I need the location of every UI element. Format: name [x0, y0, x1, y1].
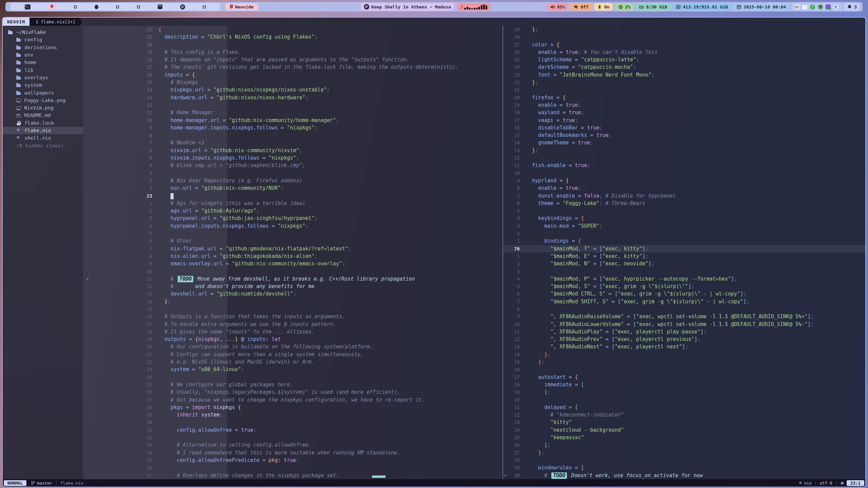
clock-widget[interactable]: 2025-06-18 00:04 [733, 3, 789, 11]
code-line: 27 }; [503, 449, 865, 456]
code-line: 20 [503, 396, 865, 404]
workspace-empty-icon[interactable] [116, 5, 119, 8]
spotify-tray-icon[interactable] [833, 4, 839, 9]
workspace-spotify-icon[interactable] [180, 4, 185, 9]
code-line: ✓11 # TODO Move away from devshell, as i… [83, 275, 502, 283]
line-number: 2 [150, 207, 158, 215]
code-line: 17 vaapi = true; [503, 117, 865, 124]
workspace-reader-icon[interactable] [158, 4, 162, 9]
line-number: 19 [514, 101, 526, 109]
tabline: NEOVIM 1 flake.nix[2+] [3, 18, 865, 26]
neovide-window: NEOVIM 1 flake.nix[2+] ~/NixFlakeconfigd… [2, 17, 866, 487]
code-line: 16 disableTabBar = true; [503, 124, 865, 131]
code-line: 29 }; [503, 26, 865, 33]
line-number: 14 [146, 298, 158, 305]
workspace-empty-icon[interactable] [203, 5, 206, 8]
editor-pane-right[interactable]: 29 };2827 color = {26 enable = true; # Y… [503, 26, 865, 479]
line-number: 22 [514, 411, 526, 419]
line-number: 10 [514, 321, 526, 328]
workspace-terminal-icon[interactable] [25, 4, 31, 9]
media-player-widget[interactable]: Keep Shelly In Athens - Medusa [361, 3, 454, 11]
line-number: 1 [517, 237, 526, 245]
code-line: 14 gnomeTheme = true; [503, 139, 865, 146]
line-number: 1 [517, 252, 526, 260]
editor-pane-left[interactable]: 22{21 description = "ChUrl's NixOS confi… [83, 26, 502, 479]
workspace-empty-icon[interactable] [137, 5, 140, 8]
line-number: 8 [517, 305, 526, 313]
line-number: 29 [146, 411, 158, 419]
audio-visualizer-widget: ♪ [457, 3, 490, 11]
code-line: 24 "nextcloud --background" [503, 426, 865, 434]
line-number: 11 [514, 162, 526, 169]
code-line: 8 enable = true; [503, 184, 865, 192]
line-number: 12 [146, 283, 158, 290]
volume-widget[interactable]: 85% [547, 3, 568, 11]
line-number: 16 [514, 366, 526, 373]
statusline-encoding: utf-8 [820, 481, 832, 486]
code-line: 25 # We configure our global packages he… [83, 381, 502, 388]
line-number: 11 [146, 275, 158, 283]
code-line: 2 [503, 230, 865, 237]
code-line: 21 [503, 86, 865, 94]
window-title: N Neovide [225, 3, 258, 11]
line-number: 12 [514, 336, 526, 343]
tab-buffer-flake-nix[interactable]: 1 flake.nix[2+] [29, 18, 81, 26]
line-number: 76 [514, 245, 526, 252]
code-line: 23 "kitty" [503, 419, 865, 426]
bluetooth-widget[interactable]: On [594, 3, 613, 11]
line-number: 19 [514, 388, 526, 396]
line-number: 34 [146, 449, 158, 456]
line-number: 13 [146, 290, 158, 298]
keepass-tray-icon[interactable] [818, 4, 823, 9]
code-line: 3 [503, 268, 865, 275]
line-number: 30 [514, 472, 526, 479]
memory-widget[interactable]: 9/30 GiB [636, 3, 670, 11]
code-line: 17 # To handle extra arguments we use th… [83, 321, 502, 328]
line-number: 5 [150, 230, 158, 237]
network-widget[interactable]: Off [570, 3, 591, 11]
code-line: 27 # but because we want to change the n… [83, 396, 502, 404]
code-line: 7 "$mainMod SHIFT, S" = ["exec, grim -g … [503, 298, 865, 305]
line-number: 29 [514, 464, 526, 471]
scroll-indicator [372, 475, 386, 478]
git-branch: master [31, 481, 52, 486]
line-number: 21 [146, 351, 158, 358]
disk-widget[interactable]: 413.19/915.81 GiB [673, 3, 731, 11]
line-number: 10 [146, 268, 158, 275]
line-number: 14 [514, 139, 526, 146]
code-line: 30 [83, 419, 502, 426]
line-number: 19 [146, 336, 158, 343]
code-line: 27 color = { [503, 41, 865, 48]
workspace-neovide-icon[interactable] [48, 4, 56, 10]
code-line: 8 [503, 305, 865, 313]
keyboard-tray-icon[interactable] [794, 4, 800, 9]
cpu-widget[interactable]: 2% [615, 3, 634, 11]
clipboard-tray-icon[interactable] [802, 4, 807, 9]
line-number: 9 [517, 313, 526, 320]
workspace-flame-icon[interactable] [95, 5, 98, 9]
line-number: 2 [517, 230, 526, 237]
line-number: 7 [517, 192, 526, 200]
check-tray-icon[interactable] [810, 4, 815, 9]
line-number: 8 [517, 184, 526, 192]
code-line: 10 [83, 268, 502, 275]
code-line: 16 [503, 366, 865, 373]
code-line: 6 # Other [83, 237, 502, 245]
memory-value: 9/30 GiB [646, 4, 667, 9]
code-line: 23 system = "x86_64-linux"; [83, 366, 502, 373]
workspace-empty-icon[interactable] [74, 5, 77, 8]
code-line: 24 darkScheme = "catppuccin-mocha"; [503, 63, 865, 71]
code-line: 10 ", XF86AudioLowerVolume" = ["exec, wp… [503, 321, 865, 328]
line-number: 4 [517, 275, 526, 283]
code-line: 22 # "kdeconnect-indicator" [503, 411, 865, 419]
kdeconnect-tray-icon[interactable] [826, 4, 831, 9]
code-line: 15 }; [503, 358, 865, 366]
code-line: 24 [83, 373, 502, 381]
line-number: 6 [150, 237, 158, 245]
code-line: 26 # Usually, "nixpkgs.legacyPackages.${… [83, 388, 502, 396]
tab-neovim-source[interactable]: NEOVIM [3, 18, 29, 26]
line-number: 12 [514, 154, 526, 162]
notifications-widget[interactable]: 3 [844, 3, 860, 11]
code-line: 21 delayed = [ [503, 404, 865, 411]
statusline-separator: ( [835, 481, 838, 486]
